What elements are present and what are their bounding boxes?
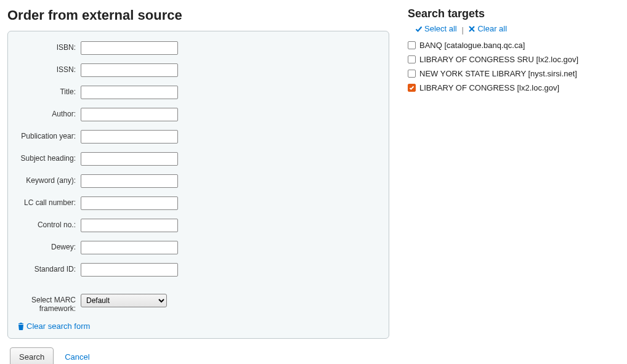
- marc-framework-label: Select MARC framework:: [18, 294, 81, 313]
- controlno-input[interactable]: [81, 219, 178, 232]
- target-checkbox[interactable]: [408, 41, 416, 49]
- search-form-panel: ISBN: ISSN: Title: Author: Publication y…: [7, 31, 389, 339]
- separator: |: [461, 25, 463, 34]
- isbn-input[interactable]: [81, 41, 178, 55]
- subject-input[interactable]: [81, 152, 178, 166]
- page-title: Order from external source: [7, 7, 389, 23]
- pubyear-label: Publication year:: [18, 130, 81, 140]
- title-input[interactable]: [81, 86, 178, 99]
- marc-framework-select[interactable]: Default: [81, 294, 167, 307]
- target-label: BANQ [catalogue.banq.qc.ca]: [419, 41, 525, 50]
- clear-search-form-link[interactable]: Clear search form: [18, 322, 90, 331]
- x-icon: [468, 25, 475, 33]
- target-item: LIBRARY OF CONGRESS [lx2.loc.gov]: [408, 81, 620, 95]
- cancel-link[interactable]: Cancel: [65, 352, 89, 362]
- subject-label: Subject heading:: [18, 152, 81, 163]
- search-button[interactable]: Search: [10, 347, 54, 365]
- target-checkbox[interactable]: [408, 70, 416, 78]
- clear-all-label: Clear all: [477, 24, 507, 33]
- issn-input[interactable]: [81, 63, 178, 77]
- controlno-label: Control no.:: [18, 219, 81, 229]
- target-item: LIBRARY OF CONGRESS SRU [lx2.loc.gov]: [408, 52, 620, 67]
- issn-label: ISSN:: [18, 63, 81, 74]
- target-list: BANQ [catalogue.banq.qc.ca]LIBRARY OF CO…: [408, 38, 620, 95]
- target-checkbox[interactable]: [408, 55, 416, 63]
- title-label: Title:: [18, 86, 81, 96]
- dewey-input[interactable]: [81, 241, 178, 254]
- dewey-label: Dewey:: [18, 241, 81, 251]
- target-label: NEW YORK STATE LIBRARY [nyst.sirsi.net]: [419, 69, 577, 78]
- check-icon: [415, 25, 423, 33]
- lccall-input[interactable]: [81, 196, 178, 210]
- stdid-input[interactable]: [81, 263, 178, 277]
- select-all-label: Select all: [424, 24, 457, 33]
- keyword-input[interactable]: [81, 174, 178, 188]
- isbn-label: ISBN:: [18, 41, 81, 52]
- stdid-label: Standard ID:: [18, 263, 81, 273]
- trash-icon: [18, 323, 24, 330]
- select-all-link[interactable]: Select all: [415, 24, 457, 33]
- keyword-label: Keyword (any):: [18, 174, 81, 185]
- target-label: LIBRARY OF CONGRESS SRU [lx2.loc.gov]: [419, 55, 578, 64]
- target-checkbox[interactable]: [408, 84, 416, 92]
- clear-all-link[interactable]: Clear all: [468, 24, 507, 33]
- author-input[interactable]: [81, 108, 178, 121]
- target-item: BANQ [catalogue.banq.qc.ca]: [408, 38, 620, 52]
- author-label: Author:: [18, 108, 81, 118]
- pubyear-input[interactable]: [81, 130, 178, 144]
- target-label: LIBRARY OF CONGRESS [lx2.loc.gov]: [419, 83, 559, 92]
- clear-search-form-label: Clear search form: [26, 322, 90, 331]
- search-targets-heading: Search targets: [408, 7, 620, 20]
- lccall-label: LC call number:: [18, 196, 81, 207]
- target-item: NEW YORK STATE LIBRARY [nyst.sirsi.net]: [408, 67, 620, 81]
